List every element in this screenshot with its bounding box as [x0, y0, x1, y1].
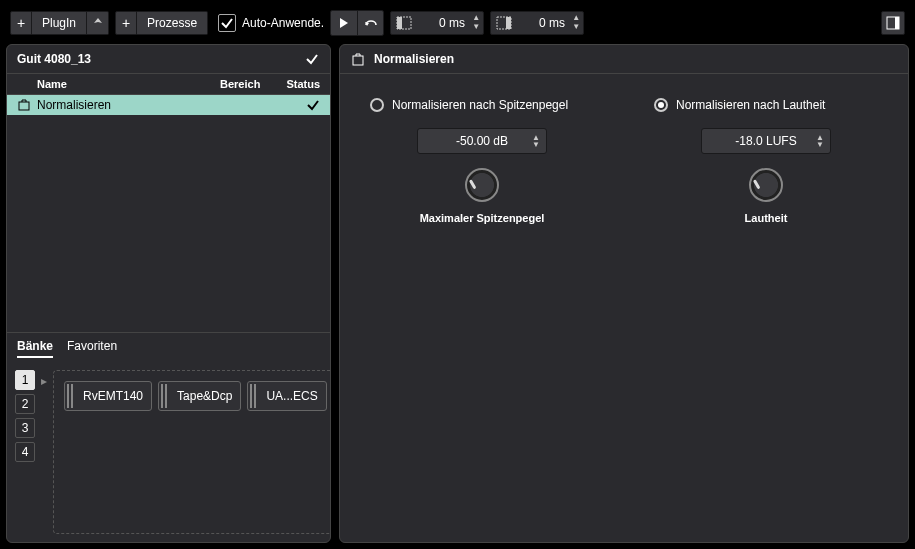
transport-controls — [330, 10, 384, 36]
auto-apply-toggle[interactable]: Auto-Anwende. — [218, 14, 324, 32]
process-type-icon — [350, 51, 366, 67]
add-process-button[interactable]: + — [115, 11, 137, 35]
row-status-icon — [275, 98, 320, 112]
process-list-empty — [7, 115, 330, 332]
processes-button-group: + Prozesse — [115, 11, 208, 35]
tab-favorites[interactable]: Favoriten — [67, 339, 117, 358]
peak-value: -50.00 dB — [456, 134, 508, 148]
column-status: Status — [275, 78, 320, 90]
clip-title: Guit 4080_13 — [17, 52, 296, 66]
favorite-chip[interactable]: RvEMT140 — [64, 381, 152, 411]
peak-value-field[interactable]: -50.00 dB ▲▼ — [417, 128, 547, 154]
loudness-radio[interactable] — [654, 98, 668, 112]
peak-radio-label: Normalisieren nach Spitzenpegel — [392, 98, 568, 112]
table-header: Name Bereich Status — [7, 74, 330, 95]
tab-banks[interactable]: Bänke — [17, 339, 53, 358]
processes-button[interactable]: Prozesse — [137, 11, 208, 35]
auto-apply-label: Auto-Anwende. — [242, 16, 324, 30]
loudness-value-field[interactable]: -18.0 LUFS ▲▼ — [701, 128, 831, 154]
peak-radio-row[interactable]: Normalisieren nach Spitzenpegel — [360, 98, 568, 112]
loudness-spinner[interactable]: ▲▼ — [816, 134, 824, 148]
peak-spinner[interactable]: ▲▼ — [532, 134, 540, 148]
favorite-chip[interactable]: UA...ECS — [247, 381, 326, 411]
bank-indicator-icon: ▸ — [41, 370, 47, 534]
process-icon — [17, 98, 37, 112]
post-roll-field[interactable]: 0 ms ▲▼ — [490, 11, 584, 35]
panel-collapse-button[interactable] — [881, 11, 905, 35]
bank-content: RvEMT140 Tape&Dcp UA...ECS — [53, 370, 331, 534]
svg-rect-3 — [506, 17, 511, 29]
process-list-panel: Guit 4080_13 Name Bereich Status Normali… — [6, 44, 331, 543]
loudness-knob-label: Lautheit — [745, 212, 788, 224]
clip-header: Guit 4080_13 — [7, 45, 330, 74]
banks-area: 1 2 3 4 ▸ RvEMT140 Tape&Dcp UA...ECS — [7, 362, 330, 542]
detail-title: Normalisieren — [374, 52, 454, 66]
svg-rect-5 — [895, 17, 899, 29]
peak-radio[interactable] — [370, 98, 384, 112]
bank-number-column: 1 2 3 4 — [15, 370, 35, 534]
loudness-radio-row[interactable]: Normalisieren nach Lautheit — [644, 98, 825, 112]
play-button[interactable] — [331, 11, 357, 35]
loop-button[interactable] — [357, 11, 383, 35]
loudness-column: Normalisieren nach Lautheit -18.0 LUFS ▲… — [644, 98, 888, 224]
svg-rect-7 — [353, 56, 363, 65]
pre-roll-field[interactable]: 0 ms ▲▼ — [390, 11, 484, 35]
pre-roll-spinner[interactable]: ▲▼ — [469, 14, 483, 32]
peak-knob-label: Maximaler Spitzenpegel — [420, 212, 545, 224]
post-roll-value[interactable]: 0 ms — [517, 16, 569, 30]
pre-roll-value[interactable]: 0 ms — [417, 16, 469, 30]
bank-number-4[interactable]: 4 — [15, 442, 35, 462]
post-roll-spinner[interactable]: ▲▼ — [569, 14, 583, 32]
loudness-knob[interactable] — [749, 168, 783, 202]
row-name: Normalisieren — [37, 98, 220, 112]
detail-header: Normalisieren — [340, 45, 908, 74]
plugin-button-group: + PlugIn — [10, 11, 109, 35]
plugin-button[interactable]: PlugIn — [32, 11, 87, 35]
column-name: Name — [37, 78, 220, 90]
svg-rect-1 — [397, 17, 402, 29]
post-roll-icon — [491, 16, 517, 30]
bank-number-2[interactable]: 2 — [15, 394, 35, 414]
auto-apply-checkbox[interactable] — [218, 14, 236, 32]
peak-knob[interactable] — [465, 168, 499, 202]
banks-tabs: Bänke Favoriten — [7, 332, 330, 362]
bank-number-1[interactable]: 1 — [15, 370, 35, 390]
pre-roll-icon — [391, 16, 417, 30]
bank-number-3[interactable]: 3 — [15, 418, 35, 438]
toolbar: + PlugIn + Prozesse Auto-Anwende. — [6, 6, 909, 44]
column-range: Bereich — [220, 78, 275, 90]
peak-column: Normalisieren nach Spitzenpegel -50.00 d… — [360, 98, 604, 224]
loudness-value: -18.0 LUFS — [735, 134, 796, 148]
loudness-radio-label: Normalisieren nach Lautheit — [676, 98, 825, 112]
plugin-dropdown-button[interactable] — [87, 11, 109, 35]
detail-body: Normalisieren nach Spitzenpegel -50.00 d… — [340, 74, 908, 248]
table-row[interactable]: Normalisieren — [7, 95, 330, 115]
status-checked-icon — [304, 51, 320, 67]
svg-rect-6 — [19, 102, 29, 110]
process-detail-panel: Normalisieren Normalisieren nach Spitzen… — [339, 44, 909, 543]
add-plugin-button[interactable]: + — [10, 11, 32, 35]
favorite-chip[interactable]: Tape&Dcp — [158, 381, 241, 411]
